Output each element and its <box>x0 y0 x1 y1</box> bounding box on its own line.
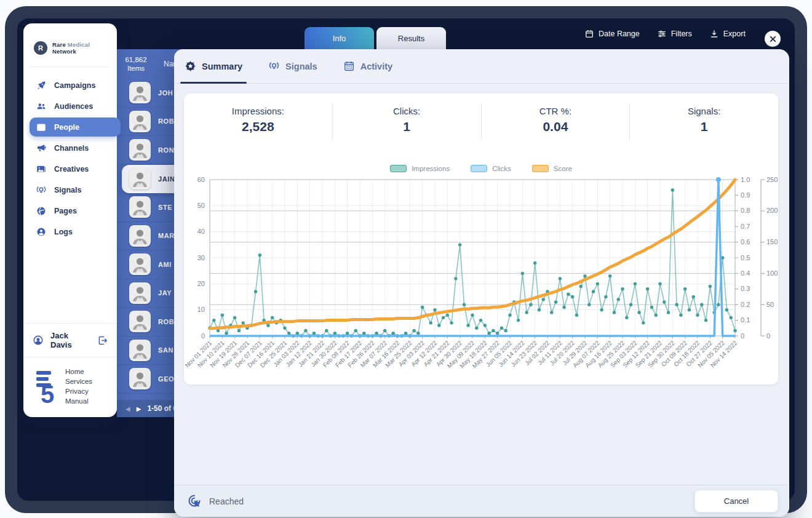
sidebar-nav: CampaignsAudiencesPeopleChannelsCreative… <box>23 76 117 241</box>
sidebar-item-channels[interactable]: Channels <box>30 138 112 157</box>
modal-tab-activity[interactable]: Activity <box>343 49 392 83</box>
sidebar-item-pages[interactable]: Pages <box>30 201 112 220</box>
footer-link-privacy[interactable]: Privacy <box>65 387 92 396</box>
footer-link-services[interactable]: Services <box>65 377 92 386</box>
svg-text:0.1: 0.1 <box>741 316 750 324</box>
logout-icon[interactable] <box>97 335 108 346</box>
filters-icon <box>657 29 667 39</box>
stat-label: Clicks: <box>333 106 481 116</box>
cancel-button[interactable]: Cancel <box>695 490 778 512</box>
svg-text:200: 200 <box>766 207 778 214</box>
sidebar-item-label: Signals <box>54 186 81 194</box>
person-name: JOH <box>158 89 173 97</box>
svg-text:0.9: 0.9 <box>741 191 750 199</box>
brand-logo: R Rare Medical Network <box>23 32 117 66</box>
sidebar-item-logs[interactable]: Logs <box>30 222 112 241</box>
legend-item-impressions[interactable]: Impressions <box>390 165 450 172</box>
person-name: RON <box>158 146 174 154</box>
svg-text:50: 50 <box>197 202 205 209</box>
action-label: Filters <box>671 30 692 38</box>
person-name: JAIN <box>158 175 175 183</box>
audiences-icon <box>36 101 47 112</box>
svg-text:0.2: 0.2 <box>741 301 750 308</box>
svg-text:0: 0 <box>766 332 770 340</box>
items-count-label: Items <box>117 64 155 73</box>
avatar <box>129 368 151 389</box>
chart-legend: ImpressionsClicksScore <box>184 165 778 172</box>
sidebar-item-creatives[interactable]: Creatives <box>30 159 112 178</box>
topbar-actions: Date RangeFiltersExport <box>584 18 746 49</box>
reached-label: Reached <box>209 496 244 506</box>
avatar <box>129 225 151 247</box>
person-name: STE <box>158 204 172 211</box>
brand-name-part2: Medical <box>68 41 90 48</box>
svg-text:100: 100 <box>766 269 778 277</box>
avatar <box>129 82 151 103</box>
footer-links: HomeServicesPrivacyManual <box>65 367 92 406</box>
svg-text:0.3: 0.3 <box>741 285 750 292</box>
stat-impressions: Impressions:2,528 <box>184 103 333 140</box>
svg-text:250: 250 <box>766 176 778 183</box>
five-logo-icon: 5 <box>36 370 59 404</box>
filters-button[interactable]: Filters <box>657 29 692 39</box>
sidebar-item-label: Pages <box>54 207 77 215</box>
svg-text:R: R <box>38 44 43 52</box>
reached-status: Reached <box>186 493 244 509</box>
star-badge-icon <box>185 60 196 72</box>
sidebar-item-campaigns[interactable]: Campaigns <box>30 76 112 95</box>
date-range-button[interactable]: Date Range <box>584 29 640 39</box>
person-name: AMI <box>158 261 172 268</box>
footer-link-home[interactable]: Home <box>65 367 92 377</box>
footer-link-manual[interactable]: Manual <box>65 397 92 406</box>
close-icon[interactable] <box>765 31 781 47</box>
items-count: 61,862 Items <box>117 55 155 73</box>
export-button[interactable]: Export <box>709 29 746 39</box>
modal-tab-signals[interactable]: Signals <box>268 49 317 83</box>
stat-value: 0.04 <box>482 119 630 134</box>
modal-tab-summary[interactable]: Summary <box>185 49 242 83</box>
svg-text:20: 20 <box>197 280 205 287</box>
legend-swatch <box>390 165 407 172</box>
modal-tab-label: Summary <box>202 62 242 71</box>
results-modal: SummarySignalsActivity Impressions:2,528… <box>174 49 789 517</box>
pagination-label: 1-50 of 6 <box>147 404 177 413</box>
tab-results[interactable]: Results <box>376 27 446 49</box>
svg-text:10: 10 <box>197 306 205 313</box>
sidebar: R Rare Medical Network CampaignsAudience… <box>23 23 117 417</box>
sidebar-item-label: People <box>54 123 79 132</box>
stat-ctr: CTR %:0.04 <box>482 103 631 140</box>
modal-footer: Reached Cancel <box>174 485 789 517</box>
screen: R Rare Medical Network CampaignsAudience… <box>0 0 812 518</box>
person-name: ROB <box>158 318 174 325</box>
legend-item-score[interactable]: Score <box>532 165 572 172</box>
sidebar-item-people[interactable]: People <box>30 118 121 137</box>
legend-swatch <box>471 165 487 172</box>
avatar <box>129 196 151 218</box>
svg-text:0.6: 0.6 <box>741 238 750 245</box>
reached-click-icon <box>186 493 203 509</box>
sidebar-item-signals[interactable]: Signals <box>30 180 112 199</box>
legend-item-clicks[interactable]: Clicks <box>471 165 511 172</box>
calendar-grid-icon <box>343 60 355 72</box>
calendar-icon <box>584 29 594 39</box>
signal-bulb-icon <box>268 60 280 72</box>
sidebar-item-label: Logs <box>54 228 73 236</box>
chevron-right-icon[interactable]: ▶ <box>137 405 141 412</box>
people-card-icon <box>36 122 47 133</box>
topbar-tabs: InfoResults <box>304 27 446 49</box>
chart-area: 010203040506000.10.20.30.40.50.60.70.80.… <box>184 173 778 384</box>
avatar <box>129 139 151 161</box>
person-name: SAN <box>158 346 173 354</box>
megaphone-icon <box>36 143 47 154</box>
chevron-left-icon[interactable]: ◀ <box>125 405 130 412</box>
image-icon <box>36 164 47 175</box>
rocket-icon <box>36 80 47 91</box>
chart-svg: 010203040506000.10.20.30.40.50.60.70.80.… <box>184 173 778 381</box>
tab-info[interactable]: Info <box>304 27 374 49</box>
svg-text:0: 0 <box>201 332 205 340</box>
svg-text:50: 50 <box>766 301 774 308</box>
sidebar-footer: 5 HomeServicesPrivacyManual <box>23 357 117 410</box>
brand-name-part1: Rare <box>52 41 66 48</box>
sidebar-item-audiences[interactable]: Audiences <box>30 97 112 116</box>
sidebar-item-label: Channels <box>54 144 89 153</box>
